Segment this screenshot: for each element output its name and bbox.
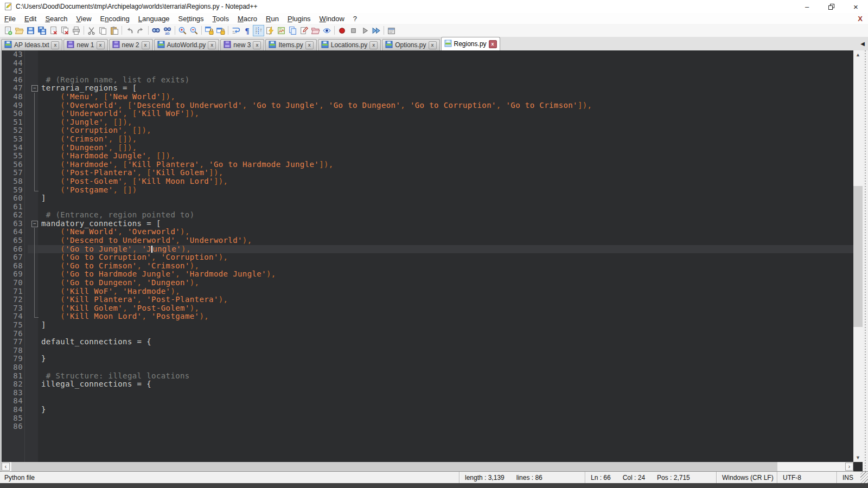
code-line[interactable]: 60] xyxy=(0,194,853,203)
menu-file[interactable]: File xyxy=(0,14,20,23)
document-map-icon[interactable] xyxy=(276,25,287,36)
code-line[interactable]: 64 ('New World', 'Overworld'), xyxy=(0,228,853,236)
menu-settings[interactable]: Settings xyxy=(174,14,208,23)
code-line[interactable]: 59 ('Postgame', []) xyxy=(0,186,853,195)
code-line[interactable]: 83 xyxy=(0,389,853,397)
macro-run-multiple-icon[interactable] xyxy=(371,25,382,36)
restore-button[interactable] xyxy=(819,0,844,13)
tab-close-icon[interactable]: x xyxy=(253,41,261,49)
vertical-scroll-thumb[interactable] xyxy=(853,186,863,327)
code-line[interactable]: 63−mandatory_connections = [ xyxy=(0,220,853,228)
monitoring-icon[interactable] xyxy=(321,25,333,36)
code-line[interactable]: 82illegal_connections = { xyxy=(0,380,853,389)
close-window-button[interactable]: × xyxy=(844,0,868,13)
macro-save-icon[interactable] xyxy=(386,25,397,36)
tab-close-icon[interactable]: x xyxy=(305,41,314,49)
find-icon[interactable] xyxy=(150,25,162,36)
code-line[interactable]: 85 xyxy=(0,414,853,423)
horizontal-scroll-thumb[interactable] xyxy=(11,462,777,471)
folder-as-workspace-icon[interactable] xyxy=(310,25,321,36)
menu-plugins[interactable]: Plugins xyxy=(283,14,315,23)
code-line[interactable]: 50 ('Underworld', ['Kill WoF']), xyxy=(0,110,853,118)
close-document-icon[interactable]: X xyxy=(858,15,863,22)
tab-close-icon[interactable]: x xyxy=(489,40,497,48)
close-file-icon[interactable] xyxy=(48,25,59,36)
tab-options-py[interactable]: Options.pyx xyxy=(382,39,439,50)
code-line[interactable]: 61 xyxy=(0,203,853,211)
code-line[interactable]: 44 xyxy=(0,59,853,68)
tab-ap-ideas-txt[interactable]: AP Ideas.txtx xyxy=(1,39,62,50)
show-all-characters-icon[interactable]: ¶ xyxy=(241,25,253,36)
menu-window[interactable]: Window xyxy=(315,14,349,23)
tab-scroll-left-icon[interactable]: ◀ xyxy=(860,41,865,47)
menu-view[interactable]: View xyxy=(72,14,96,23)
scroll-down-icon[interactable]: ▼ xyxy=(853,453,863,462)
print-icon[interactable] xyxy=(71,25,82,36)
code-line[interactable]: 65 ('Descend to Underworld', 'Underworld… xyxy=(0,236,853,245)
function-list-icon[interactable] xyxy=(298,25,310,36)
paste-icon[interactable] xyxy=(108,25,120,36)
tab-locations-py[interactable]: Locations.pyx xyxy=(318,39,381,50)
menu-run[interactable]: Run xyxy=(261,14,283,23)
scroll-left-icon[interactable]: ‹ xyxy=(2,463,10,471)
code-line[interactable]: 57 ('Post-Plantera', ['Kill Golem']), xyxy=(0,169,853,177)
tab-close-icon[interactable]: x xyxy=(369,41,378,49)
code-line[interactable]: 86 xyxy=(0,422,853,431)
document-list-icon[interactable] xyxy=(287,25,298,36)
macro-stop-icon[interactable] xyxy=(348,25,359,36)
replace-icon[interactable]: ab xyxy=(162,25,173,36)
tab-items-py[interactable]: Items.pyx xyxy=(265,39,316,50)
code-line[interactable]: 68 ('Go to Crimson', 'Crimson'), xyxy=(0,262,853,271)
scroll-up-icon[interactable]: ▲ xyxy=(853,50,863,59)
word-wrap-icon[interactable] xyxy=(230,25,241,36)
code-line[interactable]: 74 ('Kill Moon Lord', 'Postgame'), xyxy=(0,312,853,321)
code-line[interactable]: 84 xyxy=(0,397,853,406)
code-line[interactable]: 69 ('Go to Hardmode Jungle', 'Hardmode J… xyxy=(0,270,853,279)
code-line[interactable]: 73 ('Kill Golem', 'Post-Golem'), xyxy=(0,304,853,313)
code-editor[interactable]: 43444546 # (Region name, list of exits)4… xyxy=(0,50,853,462)
menu-macro[interactable]: Macro xyxy=(233,14,261,23)
tab-regions-py[interactable]: Regions.pyx xyxy=(441,37,500,50)
code-line[interactable]: 66 ('Go to Jungle', 'Jungle'), xyxy=(0,245,853,254)
code-line[interactable]: 49 ('Overworld', ['Descend to Underworld… xyxy=(0,101,853,110)
open-file-icon[interactable] xyxy=(14,25,25,36)
tab-close-icon[interactable]: x xyxy=(208,41,216,49)
sync-vertical-scroll-icon[interactable] xyxy=(203,25,215,36)
code-line[interactable]: 62 # (Entrance, region pointed to) xyxy=(0,211,853,220)
tab-close-icon[interactable]: x xyxy=(97,41,105,49)
tab-new-1[interactable]: new 1x xyxy=(63,39,107,50)
close-all-icon[interactable] xyxy=(59,25,71,36)
tab-autoworld-py[interactable]: AutoWorld.pyx xyxy=(154,39,220,50)
horizontal-scrollbar[interactable]: ‹ › xyxy=(0,462,853,471)
code-line[interactable]: 70 ('Go to Dungeon', 'Dungeon'), xyxy=(0,279,853,287)
macro-play-icon[interactable] xyxy=(359,25,371,36)
menu-encoding[interactable]: Encoding xyxy=(96,14,134,23)
code-line[interactable]: 45 xyxy=(0,67,853,76)
resize-grip[interactable] xyxy=(860,472,868,483)
fold-collapse-icon[interactable]: − xyxy=(28,220,41,228)
zoom-in-icon[interactable] xyxy=(177,25,188,36)
menu-tools[interactable]: Tools xyxy=(208,14,233,23)
show-indent-guide-icon[interactable] xyxy=(253,25,264,36)
scroll-right-icon[interactable]: › xyxy=(845,463,853,471)
menu-?[interactable]: ? xyxy=(349,14,361,23)
macro-record-icon[interactable] xyxy=(336,25,348,36)
zoom-out-icon[interactable] xyxy=(188,25,200,36)
code-line[interactable]: 71 ('Kill WoF', 'Hardmode'), xyxy=(0,287,853,296)
code-line[interactable]: 53 ('Crimson', []), xyxy=(0,135,853,144)
undo-icon[interactable] xyxy=(124,25,135,36)
tab-close-icon[interactable]: x xyxy=(51,41,59,49)
code-line[interactable]: 84} xyxy=(0,406,853,414)
code-line[interactable]: 76 xyxy=(0,330,853,338)
tab-close-icon[interactable]: x xyxy=(429,41,437,49)
menu-search[interactable]: Search xyxy=(41,14,72,23)
code-line[interactable]: 81 # Structure: illegal locations xyxy=(0,372,853,381)
code-line[interactable]: 54 ('Dungeon', []), xyxy=(0,144,853,152)
fold-collapse-icon[interactable]: − xyxy=(28,84,41,93)
code-line[interactable]: 75] xyxy=(0,321,853,330)
tab-new-3[interactable]: new 3x xyxy=(220,39,264,50)
tab-new-2[interactable]: new 2x xyxy=(109,39,153,50)
code-line[interactable]: 72 ('Kill Plantera', 'Post-Plantera'), xyxy=(0,296,853,304)
redo-icon[interactable] xyxy=(135,25,146,36)
menu-edit[interactable]: Edit xyxy=(20,14,41,23)
